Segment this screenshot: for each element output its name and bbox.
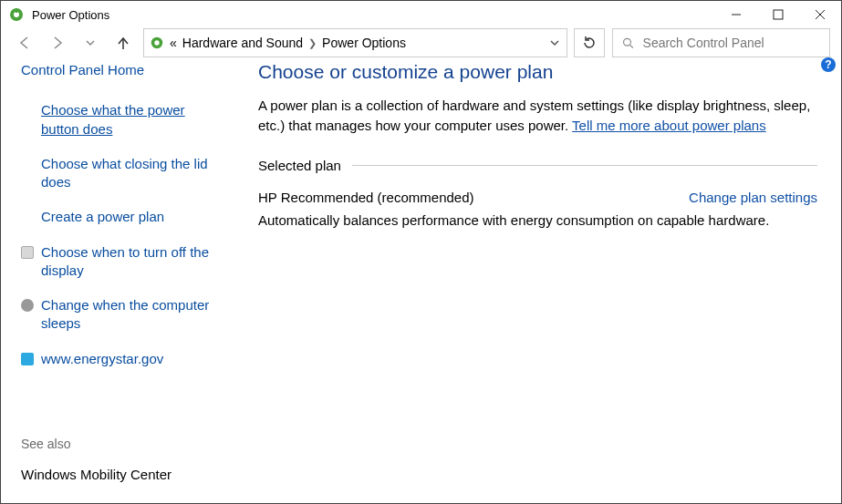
sidebar-item-label: Create a power plan <box>41 208 164 226</box>
refresh-button[interactable] <box>574 28 605 57</box>
monitor-icon <box>21 246 34 259</box>
selected-plan-section: Selected plan <box>258 158 817 173</box>
sidebar-item-energystar[interactable]: www.energystar.gov <box>21 350 222 368</box>
breadcrumb-item-1[interactable]: Power Options <box>322 36 406 50</box>
sidebar-item-label: Choose what the power button does <box>41 101 222 139</box>
page-heading: Choose or customize a power plan <box>258 61 817 83</box>
plan-row: HP Recommended (recommended) Change plan… <box>258 190 817 205</box>
window-title: Power Options <box>32 8 109 22</box>
main-content: Choose or customize a power plan A power… <box>258 61 821 504</box>
change-plan-settings-link[interactable]: Change plan settings <box>689 190 817 205</box>
sidebar-item-label: Choose what closing the lid does <box>41 155 222 192</box>
sidebar-item-label: Choose when to turn off the display <box>41 243 222 281</box>
svg-point-10 <box>624 38 631 46</box>
plan-name: HP Recommended (recommended) <box>258 190 474 205</box>
search-input[interactable] <box>643 36 820 50</box>
recent-dropdown[interactable] <box>78 30 103 56</box>
sidebar-item-closing-lid[interactable]: Choose what closing the lid does <box>21 155 222 192</box>
nav-row: « Hardware and Sound ❯ Power Options <box>1 28 841 57</box>
sidebar-item-label: Change when the computer sleeps <box>41 296 222 334</box>
see-also-label: See also <box>21 436 222 453</box>
sidebar-item-create-plan[interactable]: Create a power plan <box>21 208 222 226</box>
svg-line-11 <box>630 45 633 47</box>
plan-description: Automatically balances performance with … <box>258 212 817 228</box>
svg-rect-2 <box>16 8 17 13</box>
forward-button[interactable] <box>45 30 70 56</box>
up-button[interactable] <box>110 30 136 56</box>
address-icon <box>150 36 164 50</box>
maximize-button[interactable] <box>757 1 799 28</box>
breadcrumb-item-0[interactable]: Hardware and Sound <box>182 36 303 50</box>
help-icon[interactable]: ? <box>821 57 836 72</box>
sidebar-item-turn-off-display[interactable]: Choose when to turn off the display <box>21 243 222 281</box>
sidebar-item-power-button[interactable]: Choose what the power button does <box>21 101 222 139</box>
breadcrumb-prefix: « <box>170 36 177 50</box>
body: Control Panel Home Choose what the power… <box>1 57 841 504</box>
search-box[interactable] <box>612 28 830 57</box>
titlebar: Power Options <box>1 1 841 28</box>
address-dropdown[interactable] <box>548 36 561 50</box>
divider <box>352 165 817 166</box>
selected-plan-label: Selected plan <box>258 158 341 173</box>
search-icon <box>622 36 634 49</box>
back-button[interactable] <box>12 30 37 56</box>
svg-point-9 <box>154 40 159 45</box>
svg-rect-4 <box>774 10 783 19</box>
sidebar-item-computer-sleeps[interactable]: Change when the computer sleeps <box>21 296 222 334</box>
sidebar: Control Panel Home Choose what the power… <box>21 61 222 504</box>
see-also-user-accounts[interactable]: User Accounts <box>21 499 222 504</box>
app-icon <box>8 6 25 23</box>
breadcrumb-separator: ❯ <box>308 37 317 49</box>
page-description: A power plan is a collection of hardware… <box>258 96 817 136</box>
learn-more-link[interactable]: Tell me more about power plans <box>572 118 766 133</box>
sidebar-item-label: www.energystar.gov <box>41 350 163 368</box>
address-bar[interactable]: « Hardware and Sound ❯ Power Options <box>143 28 567 57</box>
moon-icon <box>21 299 34 312</box>
control-panel-home-link[interactable]: Control Panel Home <box>21 61 222 79</box>
see-also-mobility-center[interactable]: Windows Mobility Center <box>21 466 222 484</box>
energystar-icon <box>21 353 34 365</box>
minimize-button[interactable] <box>715 1 757 28</box>
close-button[interactable] <box>799 1 841 28</box>
